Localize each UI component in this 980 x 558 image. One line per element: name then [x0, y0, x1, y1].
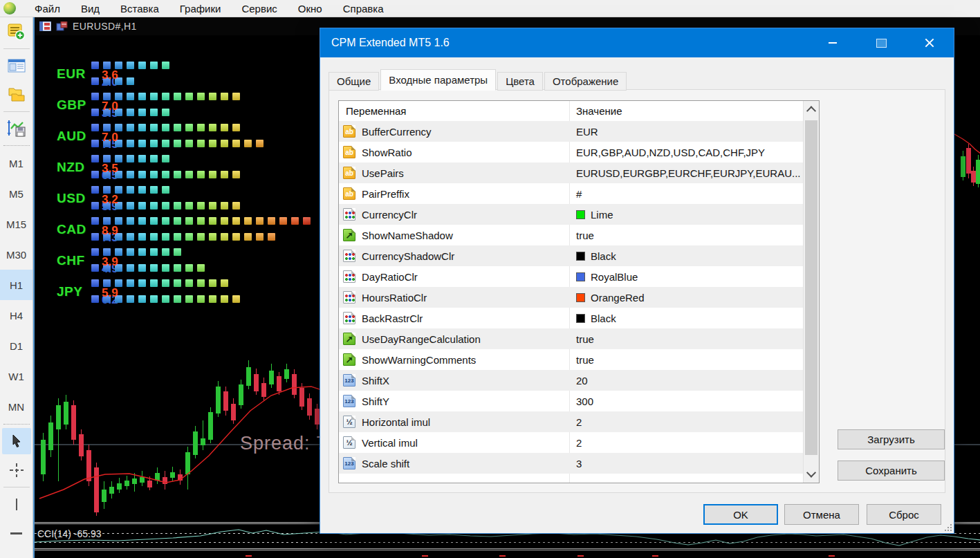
save-button[interactable]: Сохранить: [838, 461, 945, 481]
scrollbar-thumb[interactable]: [805, 120, 817, 455]
param-row[interactable]: abShowRatioEUR,GBP,AUD,NZD,USD,CAD,CHF,J…: [339, 142, 804, 162]
window-controls: [808, 28, 954, 57]
param-name: ShowNameShadow: [362, 230, 453, 241]
timeframe-button-mn[interactable]: MN: [0, 391, 33, 422]
param-value-cell[interactable]: Black: [569, 313, 804, 324]
menu-item-сервис[interactable]: Сервис: [231, 1, 287, 16]
tab-отображение[interactable]: Отображение: [544, 72, 627, 91]
resize-grip[interactable]: [943, 523, 952, 531]
menu-item-справка[interactable]: Справка: [333, 1, 394, 16]
load-button[interactable]: Загрузить: [838, 429, 945, 449]
open-data-folder-button[interactable]: [3, 81, 30, 109]
param-row[interactable]: abBufferCurrencyEUR: [339, 121, 804, 142]
menu-item-графики[interactable]: Графики: [169, 1, 232, 16]
menu-item-вид[interactable]: Вид: [71, 1, 110, 16]
param-row[interactable]: CurrencyClrLime: [339, 204, 804, 225]
strength-dot: [221, 279, 228, 287]
param-value-cell[interactable]: Lime: [569, 209, 804, 221]
strength-dot: [127, 171, 134, 178]
param-value-cell[interactable]: 3: [569, 458, 804, 469]
param-name: Horizontal imul: [362, 416, 430, 428]
menu-item-вставка[interactable]: Вставка: [110, 1, 169, 16]
scroll-up-button[interactable]: [804, 101, 819, 119]
param-row[interactable]: abUsePairsEURUSD,EURGBP,EURCHF,EURJPY,EU…: [339, 162, 804, 183]
param-row[interactable]: abPairPreffix#: [339, 183, 804, 204]
param-row[interactable]: HoursRatioClrOrangeRed: [339, 287, 804, 308]
menu-item-окно[interactable]: Окно: [288, 1, 333, 16]
timeframe-button-h1[interactable]: H1: [0, 270, 33, 300]
scroll-down-button[interactable]: [804, 465, 819, 483]
strength-dot: [150, 233, 158, 241]
strength-dot: [91, 77, 99, 85]
param-value-cell[interactable]: EUR,GBP,AUD,NZD,USD,CAD,CHF,JPY: [569, 147, 804, 158]
strength-dot: [256, 217, 264, 225]
timeframe-button-m1[interactable]: M1: [0, 148, 33, 178]
param-value-cell[interactable]: EURUSD,EURGBP,EURCHF,EURJPY,EURAU...: [569, 167, 804, 179]
param-row[interactable]: ↗UseDayRangeCalculationtrue: [339, 328, 804, 349]
timeframe-button-m5[interactable]: M5: [0, 178, 33, 209]
param-row[interactable]: ↗ShowWarningCommentstrue: [339, 349, 804, 370]
param-value-cell[interactable]: #: [569, 188, 804, 200]
timeframe-button-m30[interactable]: M30: [0, 239, 33, 270]
param-row[interactable]: 123ShiftY300: [339, 391, 804, 411]
save-chart-button[interactable]: [3, 115, 30, 142]
param-value-cell[interactable]: 20: [569, 375, 804, 387]
strength-dot: [209, 93, 216, 100]
timeframe-button-d1[interactable]: D1: [0, 331, 33, 361]
param-row[interactable]: ½Vertical imul2: [339, 432, 804, 453]
param-value-cell[interactable]: true: [569, 230, 804, 241]
tab-общие[interactable]: Общие: [329, 72, 379, 91]
param-value-cell[interactable]: 2: [569, 416, 804, 428]
new-order-button[interactable]: [3, 18, 30, 46]
param-value-cell[interactable]: true: [569, 333, 804, 345]
tab-входные-параметры[interactable]: Входные параметры: [380, 69, 496, 91]
param-name-cell: 123ShiftY: [339, 395, 569, 407]
chart-grid-icon: [39, 21, 51, 31]
timeframe-button-m15[interactable]: M15: [0, 209, 33, 239]
param-row[interactable]: DayRatioClrRoyalBlue: [339, 266, 804, 287]
ok-button[interactable]: OK: [703, 504, 778, 525]
strength-dot: [127, 248, 134, 256]
strength-dot: [162, 62, 169, 69]
strength-dot: [221, 171, 228, 178]
tick-mark: [246, 555, 252, 557]
horizontal-line-tool-button[interactable]: [2, 520, 31, 546]
cancel-button[interactable]: Отмена: [784, 504, 859, 525]
param-row[interactable]: 123ShiftX20: [339, 370, 804, 391]
dialog-title-bar[interactable]: CPM Extended MT5 1.6: [320, 28, 954, 57]
close-button[interactable]: [905, 28, 954, 57]
param-row[interactable]: ↗ShowNameShadowtrue: [339, 225, 804, 245]
minimize-button[interactable]: [808, 28, 857, 57]
maximize-button[interactable]: [857, 28, 905, 57]
cursor-arrow-icon: [10, 434, 23, 448]
param-row[interactable]: 123Scale shift3: [339, 453, 804, 474]
param-row[interactable]: BackRastrClrBlack: [339, 308, 804, 328]
strength-dot: [279, 217, 287, 225]
menu-item-файл[interactable]: Файл: [24, 1, 71, 16]
param-value-cell[interactable]: 300: [569, 396, 804, 407]
param-value-cell[interactable]: OrangeRed: [569, 292, 804, 304]
cursor-tool-button[interactable]: [2, 428, 31, 454]
hours-ratio-value: 3.2: [102, 193, 118, 207]
vertical-line-tool-button[interactable]: [2, 491, 31, 517]
param-row[interactable]: ½Horizontal imul2: [339, 411, 804, 432]
param-name: Vertical imul: [362, 437, 418, 449]
strength-dot: [197, 171, 205, 178]
timeframe-button-h4[interactable]: H4: [0, 300, 33, 331]
table-scrollbar[interactable]: [803, 101, 819, 483]
param-value: Black: [591, 250, 616, 262]
param-row[interactable]: CurrencyShadowClrBlack: [339, 245, 804, 266]
crosshair-tool-button[interactable]: [2, 457, 31, 483]
param-value-cell[interactable]: RoyalBlue: [569, 271, 804, 283]
param-value-cell[interactable]: true: [569, 354, 804, 366]
param-value-cell[interactable]: EUR: [569, 126, 804, 138]
timeframe-button-w1[interactable]: W1: [0, 361, 33, 391]
color-param-icon: [343, 291, 355, 304]
reset-button[interactable]: Сброс: [867, 504, 941, 525]
param-value-cell[interactable]: Black: [569, 250, 804, 262]
profiles-button[interactable]: [3, 52, 30, 80]
tab-цвета[interactable]: Цвета: [497, 72, 543, 91]
strength-dot: [232, 171, 240, 178]
strength-dot: [197, 93, 205, 100]
param-value-cell[interactable]: 2: [569, 437, 804, 449]
